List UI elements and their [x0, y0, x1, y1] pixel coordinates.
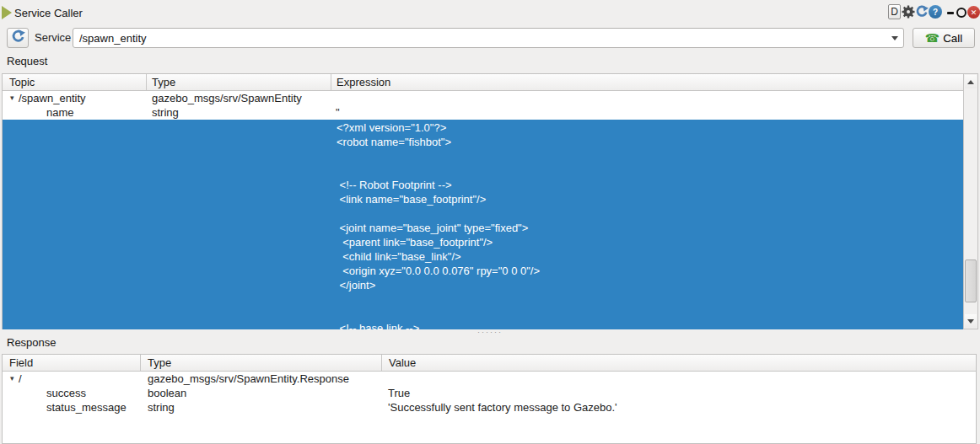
response-type: string	[141, 400, 382, 415]
chevron-down-icon	[891, 36, 898, 40]
response-field: success	[3, 386, 141, 400]
response-field: status_message	[3, 400, 141, 415]
service-caller-window: Service Caller D ? ✕	[0, 0, 980, 444]
reload-plugin-icon[interactable]	[915, 4, 929, 19]
request-topic: /spawn_entity	[19, 92, 86, 104]
request-tree-table: Topic Type Expression ▾/spawn_entity gaz…	[2, 73, 978, 329]
request-type: gazebo_msgs/srv/SpawnEntity	[147, 91, 331, 105]
request-vertical-scrollbar[interactable]	[963, 74, 977, 329]
request-expression-cell[interactable]	[331, 91, 977, 105]
expand-arrow-icon[interactable]: ▾	[3, 91, 19, 105]
plugin-title-bar: Service Caller D ? ✕	[0, 0, 980, 25]
response-field: /	[19, 372, 22, 385]
response-section-label: Response	[7, 336, 57, 349]
plugin-triangle-icon	[2, 6, 12, 19]
float-window-icon[interactable]	[956, 8, 967, 18]
scrollbar-thumb[interactable]	[965, 259, 977, 302]
request-section-label: Request	[7, 55, 47, 67]
call-button-label: Call	[943, 32, 962, 45]
splitter-handle[interactable]: ······	[0, 329, 980, 335]
splitter-dots-icon: ······	[477, 330, 503, 334]
scroll-up-icon	[967, 80, 974, 84]
scroll-down-icon	[967, 319, 974, 324]
request-header-expression[interactable]: Expression	[331, 74, 977, 90]
selected-expression-cell[interactable]: <?xml version="1.0"?> <robot name="fishb…	[3, 120, 963, 329]
scrollbar-down-button[interactable]	[965, 314, 977, 328]
request-row-spawn-entity[interactable]: ▾/spawn_entity gazebo_msgs/srv/SpawnEnti…	[3, 91, 977, 105]
response-header-value[interactable]: Value	[382, 355, 976, 371]
response-value: True	[382, 386, 976, 400]
dock-button[interactable]: D	[888, 4, 901, 19]
response-table-header: Field Type Value	[3, 355, 976, 372]
response-row-success[interactable]: success boolean True	[3, 386, 976, 400]
response-row-status-message[interactable]: status_message string 'Successfully sent…	[3, 400, 976, 415]
service-label: Service	[35, 31, 71, 44]
request-row-name[interactable]: name string "	[3, 105, 977, 120]
response-value	[382, 372, 976, 386]
service-combobox-value: /spawn_entity	[79, 32, 147, 45]
expand-arrow-icon[interactable]: ▾	[3, 372, 19, 386]
request-header-topic[interactable]: Topic	[3, 74, 147, 90]
settings-gear-icon[interactable]	[902, 5, 915, 19]
response-header-type[interactable]: Type	[141, 355, 382, 371]
close-icon[interactable]: ✕	[967, 6, 980, 19]
refresh-icon	[11, 29, 25, 46]
request-expression-cell[interactable]: "	[331, 105, 977, 120]
call-button[interactable]: ☎ Call	[913, 28, 975, 48]
response-row-root[interactable]: ▾/ gazebo_msgs/srv/SpawnEntity.Response	[3, 372, 976, 386]
response-header-field[interactable]: Field	[3, 355, 141, 371]
response-type: boolean	[141, 386, 382, 400]
request-header-type[interactable]: Type	[147, 74, 331, 90]
phone-icon: ☎	[925, 32, 940, 44]
plugin-title: Service Caller	[14, 7, 83, 19]
request-field-type: string	[147, 105, 331, 120]
refresh-services-button[interactable]	[7, 28, 29, 48]
response-value: 'Successfully sent factory message to Ga…	[382, 400, 976, 415]
response-tree-table: Field Type Value ▾/ gazebo_msgs/srv/Spaw…	[2, 354, 977, 444]
request-field-name: name	[3, 105, 147, 120]
request-table-header: Topic Type Expression	[3, 74, 977, 91]
help-icon[interactable]: ?	[929, 5, 942, 19]
response-type: gazebo_msgs/srv/SpawnEntity.Response	[141, 372, 382, 386]
service-toolbar: Service /spawn_entity ☎ Call	[0, 25, 980, 51]
scrollbar-up-button[interactable]	[965, 75, 977, 88]
minimize-icon[interactable]	[947, 12, 954, 14]
expression-xml-value: <?xml version="1.0"?> <robot name="fishb…	[337, 120, 540, 329]
service-combobox[interactable]: /spawn_entity	[73, 28, 904, 48]
